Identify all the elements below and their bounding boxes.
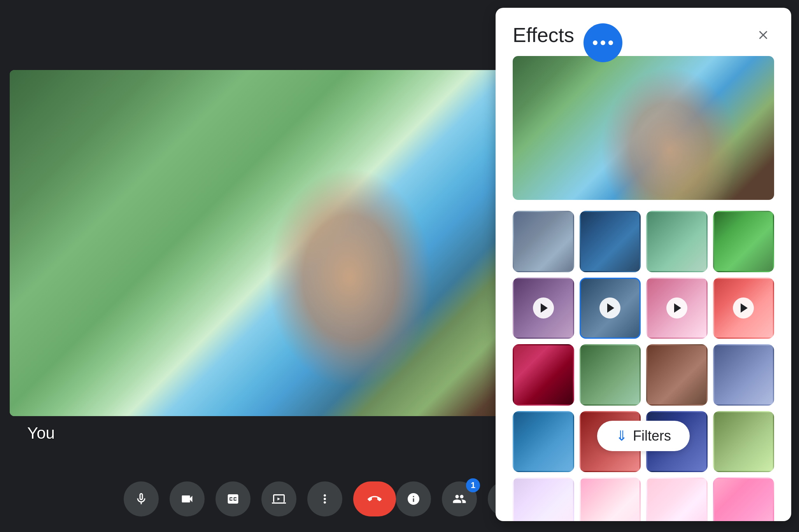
info-icon — [407, 492, 421, 506]
info-button[interactable] — [396, 481, 431, 516]
filters-arrow-icon: ⇓ — [616, 428, 627, 444]
effect-thumb-17[interactable] — [513, 478, 574, 521]
effect-thumb-2[interactable] — [580, 211, 641, 272]
effects-preview-person — [513, 56, 774, 200]
effect-thumb-19[interactable] — [646, 478, 708, 521]
effects-grid — [513, 211, 774, 521]
effects-scroll-area[interactable] — [496, 211, 791, 521]
mic-button[interactable] — [124, 481, 159, 516]
effect-thumb-3[interactable] — [646, 211, 708, 272]
present-icon — [272, 492, 286, 506]
filters-button[interactable]: ⇓ Filters — [597, 421, 690, 451]
people-icon — [452, 492, 466, 506]
play-icon-5 — [533, 298, 554, 318]
present-button[interactable] — [261, 481, 296, 516]
effect-thumb-7[interactable] — [646, 278, 708, 339]
you-label: You — [27, 424, 55, 443]
controls-center — [124, 481, 396, 516]
effect-thumb-1[interactable] — [513, 211, 574, 272]
effect-thumb-12[interactable] — [713, 344, 774, 406]
effect-thumb-9[interactable] — [513, 344, 574, 406]
people-badge: 1 — [466, 478, 480, 492]
close-icon — [756, 28, 770, 42]
more-vert-icon — [318, 492, 332, 506]
people-button-wrapper: 1 — [442, 481, 477, 516]
effect-thumb-6[interactable] — [580, 278, 641, 339]
effects-panel: Effects — [496, 8, 791, 521]
camera-icon — [180, 492, 194, 506]
camera-button[interactable] — [170, 481, 205, 516]
filters-btn-container: ⇓ Filters — [597, 421, 690, 451]
filters-label: Filters — [633, 428, 671, 444]
more-button[interactable] — [307, 481, 342, 516]
effect-thumb-18[interactable] — [580, 478, 641, 521]
effect-thumb-20[interactable] — [713, 478, 774, 521]
end-call-icon — [368, 492, 382, 506]
effect-thumb-13[interactable] — [513, 411, 574, 472]
effect-thumb-4[interactable] — [713, 211, 774, 272]
play-icon-7 — [666, 298, 687, 318]
effects-close-button[interactable] — [752, 24, 774, 46]
play-icon-6 — [599, 298, 620, 318]
captions-button[interactable] — [216, 481, 251, 516]
mic-icon — [134, 492, 148, 506]
more-dots-icon — [593, 40, 613, 45]
effects-header: Effects — [496, 8, 791, 56]
end-call-button[interactable] — [353, 481, 396, 516]
captions-icon — [226, 492, 240, 506]
effect-thumb-5[interactable] — [513, 278, 574, 339]
effect-thumb-10[interactable] — [580, 344, 641, 406]
effect-thumb-11[interactable] — [646, 344, 708, 406]
play-icon-8 — [733, 298, 754, 318]
effects-preview — [513, 56, 774, 200]
more-options-button[interactable] — [583, 23, 622, 62]
effect-thumb-8[interactable] — [713, 278, 774, 339]
effects-title: Effects — [513, 23, 574, 47]
effect-thumb-16[interactable] — [713, 411, 774, 472]
